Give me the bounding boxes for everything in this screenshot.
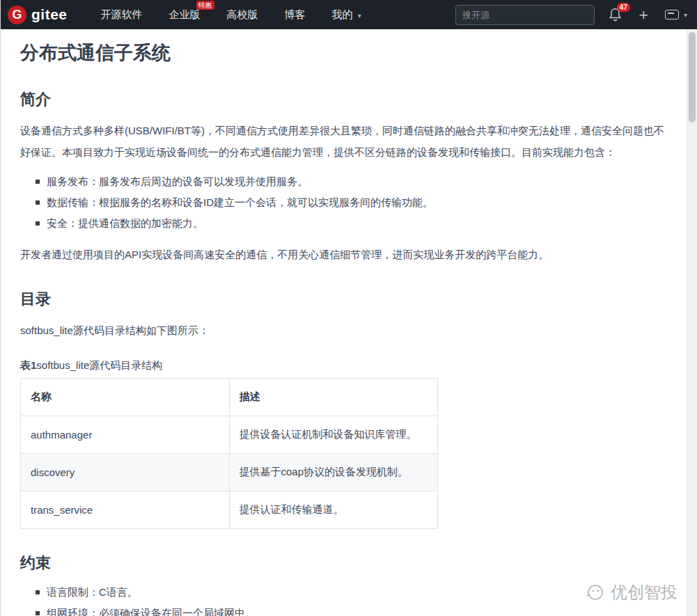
section-heading-directory: 目录 [20, 289, 669, 310]
intro-paragraph-1: 设备通信方式多种多样(USB/WIFI/BT等)，不同通信方式使用差异很大且繁琐… [20, 120, 669, 163]
top-navbar: G gitee 开源软件 企业版 特惠 高校版 博客 我的 ▾ 47 ＋ [1, 0, 697, 29]
chevron-down-icon: ▾ [684, 11, 687, 19]
page-title: 分布式通信子系统 [20, 40, 669, 65]
notifications-button[interactable]: 47 [609, 8, 622, 22]
table-header-desc: 描述 [229, 379, 438, 416]
section-heading-constraints: 约束 [20, 553, 669, 574]
constraints-list: 语言限制：C语言。 组网环境：必须确保设备在同一个局域网中。 [36, 582, 669, 616]
workbench-menu[interactable]: ▾ [665, 10, 687, 19]
table-caption-prefix: 表1 [20, 359, 36, 371]
list-item: 安全：提供通信数据的加密能力。 [36, 213, 669, 234]
gitee-logo-icon: G [8, 6, 26, 24]
notification-badge: 47 [617, 3, 630, 12]
nav-item-enterprise-label: 企业版 [169, 8, 201, 20]
directory-table: 名称 描述 authmanager 提供设备认证机制和设备知识库管理。 disc… [20, 378, 438, 529]
directory-intro: softbus_lite源代码目录结构如下图所示： [20, 319, 669, 341]
gitee-logo[interactable]: G gitee [8, 6, 68, 24]
vertical-scrollbar[interactable] [687, 29, 697, 616]
table-header-row: 名称 描述 [21, 379, 438, 416]
cell-desc: 提供设备认证机制和设备知识库管理。 [229, 416, 438, 454]
cell-name: authmanager [21, 416, 230, 454]
promo-badge: 特惠 [196, 1, 214, 10]
scrollbar-thumb[interactable] [689, 32, 696, 123]
watermark: 优创智投 [584, 581, 678, 603]
nav-item-education[interactable]: 高校版 [227, 8, 258, 22]
document-body: 分布式通信子系统 简介 设备通信方式多种多样(USB/WIFI/BT等)，不同通… [1, 29, 697, 616]
cell-name: trans_service [21, 491, 230, 529]
watermark-text: 优创智投 [611, 581, 678, 603]
cell-desc: 提供基于coap协议的设备发现机制。 [229, 454, 438, 491]
table-header-name: 名称 [21, 379, 230, 416]
list-item: 语言限制：C语言。 [36, 582, 669, 603]
list-item: 数据传输：根据服务的名称和设备ID建立一个会话，就可以实现服务间的传输功能。 [36, 192, 669, 213]
nav-item-blog[interactable]: 博客 [285, 8, 306, 22]
cell-name: discovery [21, 454, 230, 491]
nav-item-mine[interactable]: 我的 ▾ [332, 8, 361, 22]
widget-icon [665, 10, 679, 19]
nav-item-enterprise[interactable]: 企业版 特惠 [169, 8, 201, 22]
main-nav: 开源软件 企业版 特惠 高校版 博客 我的 ▾ [101, 8, 361, 22]
watermark-logo-icon [584, 582, 605, 603]
cell-desc: 提供认证和传输通道。 [229, 491, 438, 529]
create-new-button[interactable]: ＋ [636, 7, 651, 22]
table-row: trans_service 提供认证和传输通道。 [21, 491, 438, 529]
chevron-down-icon: ▾ [358, 12, 361, 19]
nav-item-opensource[interactable]: 开源软件 [101, 8, 143, 22]
search-input[interactable] [462, 10, 588, 20]
capability-list: 服务发布：服务发布后周边的设备可以发现并使用服务。 数据传输：根据服务的名称和设… [36, 171, 669, 234]
table-caption: 表1softbus_lite源代码目录结构 [20, 359, 669, 372]
search-box[interactable] [455, 5, 595, 25]
gitee-logo-text: gitee [31, 6, 68, 23]
navbar-right: 47 ＋ ▾ [455, 5, 687, 25]
table-caption-text: softbus_lite源代码目录结构 [36, 359, 162, 371]
table-row: authmanager 提供设备认证机制和设备知识库管理。 [21, 416, 438, 454]
intro-paragraph-2: 开发者通过使用项目的API实现设备间高速安全的通信，不用关心通信细节管理，进而实… [20, 244, 669, 265]
table-row: discovery 提供基于coap协议的设备发现机制。 [21, 454, 438, 491]
list-item: 服务发布：服务发布后周边的设备可以发现并使用服务。 [36, 171, 669, 192]
section-heading-intro: 简介 [20, 89, 669, 110]
nav-item-mine-label: 我的 [332, 8, 353, 20]
list-item: 组网环境：必须确保设备在同一个局域网中。 [36, 603, 669, 616]
